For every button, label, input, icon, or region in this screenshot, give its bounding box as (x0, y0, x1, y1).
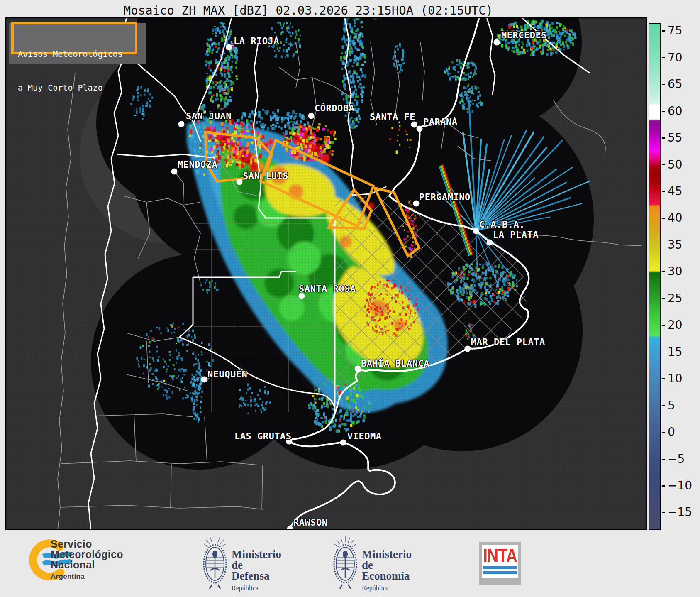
radar-map: MERCEDESLA RIOJASAN JUANCÓRDOBASANTA FEP… (5, 17, 647, 530)
city-dot (237, 179, 243, 185)
colorbar-tick-label: 50 (668, 158, 683, 171)
argentina-crest-icon (331, 536, 360, 590)
city-label: C.A.B.A. (479, 219, 525, 230)
city-dot (465, 346, 471, 352)
inta-bar2 (483, 571, 517, 574)
colorbar-tick-label: −5 (668, 452, 685, 466)
city-label: MAR DEL PLATA (471, 337, 545, 347)
city-dot (201, 377, 207, 383)
smn-sub: Argentina (51, 571, 123, 582)
colorbar-tick-label: 5 (668, 399, 675, 412)
economia-title2: de Economía (362, 560, 412, 581)
warning-legend-line1: Avisos Meteorológicos (18, 49, 135, 60)
city-dot (473, 228, 479, 234)
colorbar-tick-label: 65 (668, 77, 683, 91)
smn-wordmark: Servicio Meteorológico Nacional Argentin… (51, 539, 123, 582)
argentina-crest-icon (200, 536, 229, 590)
warning-legend-line2: a Muy Corto Plazo (18, 82, 135, 93)
warning-legend-box: Avisos Meteorológicos a Muy Corto Plazo (11, 22, 137, 54)
colorbar-tick-label: 15 (668, 345, 683, 359)
inta-logo-inner: INTA (482, 545, 518, 578)
city-label: LA RIOJA (234, 36, 279, 46)
colorbar-tick-label: 30 (668, 264, 683, 278)
colorbar-gradient (649, 23, 661, 530)
city-label: SANTA FE (370, 112, 415, 122)
city-label: SAN JUAN (186, 111, 232, 121)
colorbar-tick-label: 75 (668, 24, 683, 37)
city-dot (355, 366, 361, 372)
inta-logo: INTA (479, 542, 521, 585)
city-label: MENDOZA (178, 159, 217, 170)
colorbar-tick-label: 60 (668, 104, 683, 118)
city-dot (494, 39, 500, 46)
economia-sub: República Argentina (362, 583, 412, 597)
la-pampa-department-grid (193, 218, 335, 412)
inta-wordmark: INTA (483, 545, 517, 567)
smn-line1: Servicio (51, 539, 123, 549)
economia-title1: Ministerio (362, 549, 412, 560)
defensa-sub: República Argentina (232, 583, 281, 597)
city-label: LAS GRUTAS (234, 431, 291, 441)
city-label: SAN LUIS (243, 171, 288, 181)
colorbar-tick-label: 0 (668, 425, 675, 439)
ministerio-defensa-text: Ministerio de Defensa República Argentin… (232, 549, 281, 597)
colorbar-tick-label: 10 (668, 372, 683, 385)
city-dot (171, 169, 178, 175)
city-dot (308, 113, 315, 119)
colorbar-tick-label: 40 (668, 211, 683, 225)
city-dot (413, 201, 420, 207)
city-label: PARANÁ (423, 117, 457, 127)
city-dot (178, 121, 185, 127)
radar-mosaic-page: Mosaico ZH MAX [dBZ] 02.03.2026 23:15HOA… (0, 0, 700, 597)
city-dot (417, 126, 423, 132)
footer: Servicio Meteorológico Nacional Argentin… (0, 531, 700, 597)
colorbar-tick-label: 45 (668, 184, 683, 198)
colorbar-tick-label: 25 (668, 291, 683, 305)
city-dot (340, 440, 346, 446)
city-dot (226, 44, 232, 51)
colorbar-tick-label: −10 (668, 479, 692, 492)
city-label: VIEDMA (347, 431, 381, 441)
smn-line2: Meteorológico (51, 549, 123, 560)
defensa-title2: de Defensa (232, 560, 281, 581)
city-label: BAHÍA BLANCA (361, 358, 429, 369)
city-label: LA PLATA (493, 230, 539, 240)
city-label: SANTA ROSA (299, 284, 356, 294)
colorbar-tick-label: 20 (668, 318, 683, 332)
city-label: MERCEDES (501, 30, 547, 40)
city-dot (411, 122, 417, 128)
colorbar-tick-label: 70 (668, 51, 683, 64)
city-label: RAWSON (293, 517, 327, 528)
smn-line3: Nacional (51, 560, 123, 570)
colorbar-tick-label: 55 (668, 131, 683, 144)
city-label: NEUQUÉN (207, 369, 247, 379)
city-label: PERGAMINO (419, 192, 471, 202)
city-label: CÓRDOBA (315, 103, 354, 113)
colorbar-tick-label: −15 (668, 505, 692, 519)
defensa-title1: Ministerio (232, 549, 281, 560)
city-dot (487, 240, 493, 246)
ministerio-economia-text: Ministerio de Economía República Argenti… (362, 549, 412, 597)
page-title: Mosaico ZH MAX [dBZ] 02.03.2026 23:15HOA… (5, 3, 611, 17)
colorbar-tick-label: 35 (668, 238, 683, 252)
